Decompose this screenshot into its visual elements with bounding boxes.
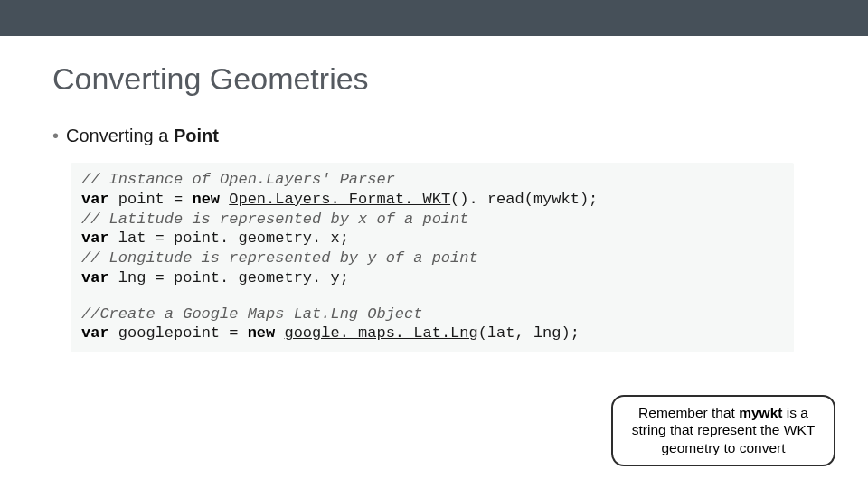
code-line-3: // Latitude is represented by x of a poi… [81,210,783,230]
code-text: lng = point. geometry. y; [109,269,349,286]
code-comment: //Create a Google Maps Lat.Lng Object [81,305,422,323]
code-line-6: var lng = point. geometry. y; [81,268,783,288]
code-gap [81,288,783,305]
note-text-a: Remember that [638,405,739,420]
code-block: // Instance of Open.Layers' Parser var p… [71,163,794,352]
code-line-4: var lat = point. geometry. x; [81,229,783,249]
code-line-5: // Longitude is represented by y of a po… [81,249,783,268]
bullet-dot: • [52,126,59,145]
title-bar [0,0,868,36]
code-text: (). read(mywkt); [450,191,598,208]
code-space [220,191,229,208]
code-text: lat = point. geometry. x; [109,230,349,247]
code-comment: // Latitude is represented by x of a poi… [81,211,468,228]
code-comment: // Instance of Open.Layers' Parser [81,171,395,188]
code-text: googlepoint = [109,324,248,342]
note-text-b: mywkt [739,405,782,420]
code-line-1: // Instance of Open.Layers' Parser [81,170,783,190]
code-line-7: //Create a Google Maps Lat.Lng Object [81,305,783,324]
code-new: new [192,191,220,208]
bullet-text-a: Converting a [66,126,174,145]
slide-title: Converting Geometries [52,61,868,97]
code-text: point = [109,191,193,208]
code-underline: Open.Layers. Format. WKT [229,191,450,208]
code-var: var [81,324,109,342]
code-var: var [81,269,109,286]
code-space [275,324,284,342]
code-comment: // Longitude is represented by y of a po… [81,249,478,267]
code-var: var [81,191,109,208]
code-underline: google. maps. Lat.Lng [284,324,477,342]
code-var: var [81,230,109,247]
bullet-text-b: Point [174,126,219,145]
code-text: (lat, lng); [478,324,580,342]
code-new: new [248,324,276,342]
bullet-point: •Converting a Point [52,126,868,146]
code-line-2: var point = new Open.Layers. Format. WKT… [81,190,783,210]
note-callout: Remember that mywkt is a string that rep… [611,395,835,466]
code-line-8: var googlepoint = new google. maps. Lat.… [81,324,783,343]
